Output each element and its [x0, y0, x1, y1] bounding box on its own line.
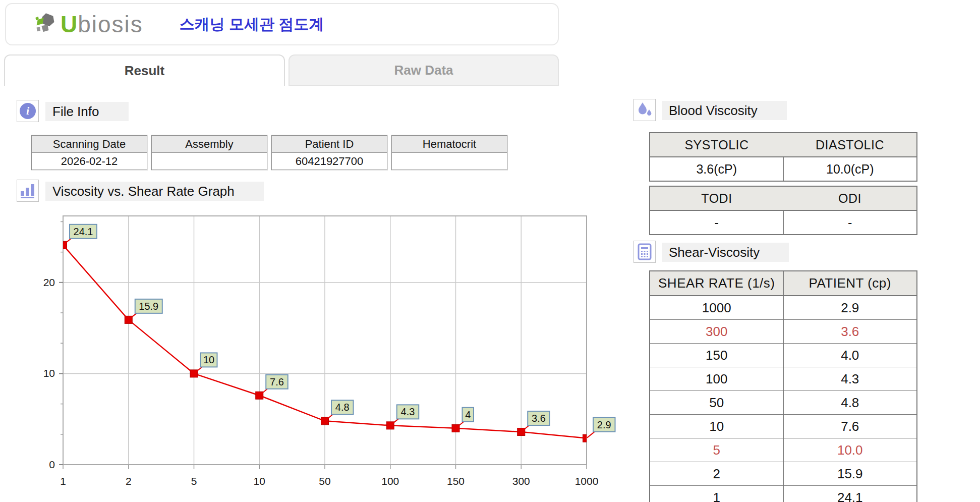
data-label-text: 4.3 [401, 406, 415, 417]
patient-cell: 4.3 [783, 367, 917, 391]
tab-raw-data[interactable]: Raw Data [289, 54, 559, 86]
y-axis-label: 0 [49, 459, 55, 470]
shear-viscosity-row: 107.6 [650, 415, 917, 438]
x-axis-label: 1 [60, 475, 66, 487]
logo-text-biosis: biosis [78, 11, 143, 38]
x-axis-label: 300 [512, 475, 530, 487]
shear-rate-cell: 300 [650, 320, 783, 344]
label-connector [587, 432, 595, 438]
viscometer-app: U biosis 스캐닝 모세관 점도계 Result Raw Data i F… [0, 0, 980, 502]
viscosity-shear-rate-chart: 010201251050100150300100024.115.9107.64.… [30, 206, 625, 502]
ubiosis-logo: U biosis [34, 11, 143, 38]
info-box-label: Hematocrit [392, 136, 507, 153]
data-label-text: 24.1 [74, 226, 93, 237]
shear-viscosity-row: 3003.6 [650, 320, 917, 344]
patient-cell: 4.8 [783, 391, 917, 415]
shear-rate-cell: 150 [650, 344, 783, 367]
x-axis-label: 150 [447, 475, 465, 487]
tab-result[interactable]: Result [4, 54, 285, 86]
file-info-box-scanning-date: Scanning Date2026-02-12 [31, 135, 147, 170]
shear-viscosity-row: 215.9 [650, 462, 917, 486]
logo-text-u: U [61, 11, 78, 38]
data-label-text: 10 [203, 354, 214, 365]
info-box-value: 60421927700 [272, 153, 387, 170]
shear-rate-cell: 1 [650, 486, 783, 502]
patient-cell: 15.9 [783, 462, 917, 486]
table-header-row: SYSTOLIC DIASTOLIC [650, 133, 917, 157]
todi-header: TODI [650, 186, 783, 210]
file-info-row: Scanning Date2026-02-12AssemblyPatient I… [31, 135, 507, 170]
data-label-text: 15.9 [139, 301, 158, 312]
shear-rate-cell: 2 [650, 462, 783, 486]
shear-rate-cell: 100 [650, 367, 783, 391]
x-axis-label: 10 [254, 475, 265, 487]
file-info-box-assembly: Assembly [151, 135, 267, 170]
data-label-text: 3.6 [532, 413, 546, 424]
blood-viscosity-section-title: Blood Viscosity [662, 101, 787, 120]
shear-viscosity-section-title: Shear-Viscosity [662, 243, 789, 262]
table-value-row: 3.6(cP) 10.0(cP) [650, 157, 917, 181]
leaf-logo-icon [34, 12, 56, 36]
info-box-value [392, 153, 507, 170]
app-title-korean: 스캐닝 모세관 점도계 [180, 14, 324, 35]
info-box-value [152, 153, 267, 170]
shear-rate-cell: 1000 [650, 296, 783, 320]
data-label-text: 4.8 [335, 402, 350, 413]
tab-result-label: Result [125, 63, 164, 79]
shear-viscosity-icon-box [633, 241, 656, 263]
table-header-row: SHEAR RATE (1/s) PATIENT (cp) [650, 271, 917, 296]
info-box-value: 2026-02-12 [32, 153, 147, 170]
patient-header: PATIENT (cp) [783, 271, 917, 296]
info-box-label: Assembly [152, 136, 267, 153]
blood-viscosity-icon-box [633, 99, 656, 121]
table-value-row: - - [650, 210, 917, 235]
diastolic-header: DIASTOLIC [783, 133, 917, 157]
shear-rate-cell: 5 [650, 438, 783, 462]
file-info-icon-box: i [17, 100, 39, 122]
shear-viscosity-table: SHEAR RATE (1/s) PATIENT (cp) 10002.9300… [649, 270, 917, 502]
odi-header: ODI [783, 186, 917, 210]
y-axis-label: 10 [43, 367, 55, 379]
shear-viscosity-row: 504.8 [650, 391, 917, 415]
table-header-row: TODI ODI [650, 186, 917, 210]
data-label-text: 7.6 [270, 376, 284, 387]
systolic-value: 3.6(cP) [650, 157, 783, 181]
file-info-box-hematocrit: Hematocrit [391, 135, 507, 170]
systolic-header: SYSTOLIC [650, 133, 783, 157]
data-label-text: 2.9 [597, 419, 611, 430]
x-axis-label: 100 [381, 475, 399, 487]
file-info-box-patient-id: Patient ID60421927700 [271, 135, 387, 170]
shear-viscosity-row: 10002.9 [650, 296, 917, 320]
x-axis-label: 1000 [575, 475, 599, 487]
shear-viscosity-row: 510.0 [650, 438, 917, 462]
app-header: U biosis 스캐닝 모세관 점도계 [5, 3, 559, 45]
shear-rate-cell: 50 [650, 391, 783, 415]
shear-viscosity-row: 124.1 [650, 486, 917, 502]
y-axis-label: 20 [43, 276, 55, 288]
shear-rate-cell: 10 [650, 415, 783, 438]
patient-cell: 3.6 [783, 320, 917, 344]
data-label-text: 4 [465, 409, 471, 420]
graph-section-title: Viscosity vs. Shear Rate Graph [45, 182, 264, 201]
todi-odi-table: TODI ODI - - [649, 186, 917, 235]
graph-icon-box [17, 180, 39, 202]
shear-rate-header: SHEAR RATE (1/s) [650, 271, 783, 296]
info-box-label: Scanning Date [32, 136, 147, 153]
bar-chart-icon [19, 182, 36, 199]
x-axis-label: 50 [319, 475, 330, 487]
patient-cell: 2.9 [783, 296, 917, 320]
patient-cell: 7.6 [783, 415, 917, 438]
shear-viscosity-row: 1004.3 [650, 367, 917, 391]
droplets-icon [636, 101, 654, 119]
diastolic-value: 10.0(cP) [783, 157, 917, 181]
calculator-icon [636, 243, 653, 260]
systolic-diastolic-table: SYSTOLIC DIASTOLIC 3.6(cP) 10.0(cP) [649, 132, 917, 182]
x-axis-label: 5 [191, 475, 197, 487]
patient-cell: 10.0 [783, 438, 917, 462]
shear-viscosity-row: 1504.0 [650, 344, 917, 367]
patient-cell: 24.1 [783, 486, 917, 502]
info-box-label: Patient ID [272, 136, 387, 153]
file-info-section-title: File Info [45, 102, 129, 121]
odi-value: - [783, 210, 917, 235]
patient-cell: 4.0 [783, 344, 917, 367]
